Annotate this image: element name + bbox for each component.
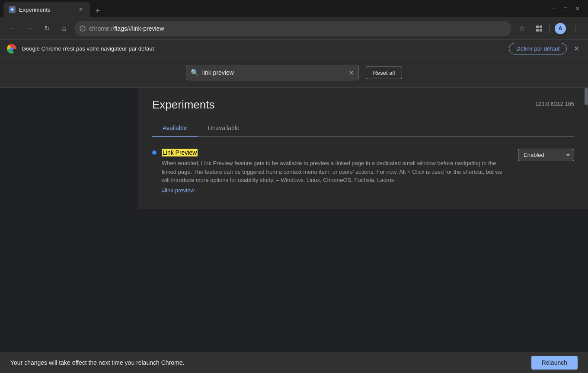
address-bar[interactable]: i chrome://flags/#link-preview <box>74 21 511 36</box>
search-area: 🔍 ✕ Reset all <box>0 58 588 88</box>
extensions-icon[interactable] <box>532 22 546 35</box>
scroll-thumb[interactable] <box>585 88 588 105</box>
active-tab[interactable]: Experiments ✕ <box>3 2 90 17</box>
new-tab-button[interactable]: ＋ <box>92 4 104 16</box>
version-text: 123.0.6312.105 <box>535 98 574 107</box>
search-icon: 🔍 <box>191 69 199 77</box>
profile-avatar: A <box>555 23 566 34</box>
tab-title: Experiments <box>19 6 74 13</box>
tabs-row: Available Unavailable <box>152 120 574 137</box>
forward-button[interactable]: → <box>22 22 36 35</box>
toolbar-separator <box>550 24 550 33</box>
relaunch-button[interactable]: Relaunch <box>531 356 578 370</box>
flags-header: Experiments 123.0.6312.105 <box>152 98 574 112</box>
search-input[interactable] <box>202 69 345 76</box>
flag-status-select[interactable]: Default Enabled Disabled <box>518 149 574 161</box>
bookmark-button[interactable]: ☆ <box>515 22 529 35</box>
flags-panel: Experiments 123.0.6312.105 Available Una… <box>138 88 588 209</box>
flag-active-indicator <box>152 150 157 155</box>
window-controls: — □ ✕ <box>548 3 585 17</box>
flag-anchor-link[interactable]: #link-preview <box>162 187 511 194</box>
flag-title-row: Link Preview When enabled, Link Preview … <box>162 149 574 194</box>
search-clear-button[interactable]: ✕ <box>348 69 354 77</box>
bottom-message: Your changes will take effect the next t… <box>10 359 184 366</box>
flag-description: When enabled, Link Preview feature gets … <box>162 159 511 185</box>
reset-all-button[interactable]: Reset all <box>366 67 403 79</box>
close-button[interactable]: ✕ <box>572 3 583 14</box>
flag-entry: Link Preview When enabled, Link Preview … <box>152 143 574 199</box>
url-path: flags/#link-preview <box>114 25 164 32</box>
reload-button[interactable]: ↻ <box>40 22 54 35</box>
flag-content: Link Preview When enabled, Link Preview … <box>162 149 574 194</box>
tab-close-button[interactable]: ✕ <box>77 6 85 13</box>
minimize-button[interactable]: — <box>548 3 559 14</box>
svg-text:i: i <box>82 27 83 31</box>
bottom-bar: Your changes will take effect the next t… <box>0 352 588 373</box>
tab-unavailable-label: Unavailable <box>208 124 240 131</box>
svg-point-9 <box>10 47 13 51</box>
tab-available-label: Available <box>163 124 187 131</box>
home-button[interactable]: ⌂ <box>57 22 71 35</box>
title-bar: Experiments ✕ ＋ — □ ✕ <box>0 0 588 17</box>
svg-rect-4 <box>540 26 542 28</box>
toolbar-icons: A ⋮ <box>532 22 583 35</box>
left-sidebar <box>0 88 138 209</box>
svg-rect-5 <box>536 29 539 32</box>
notification-close-button[interactable]: ✕ <box>572 43 581 54</box>
address-text: chrome://flags/#link-preview <box>89 25 506 32</box>
search-box: 🔍 ✕ <box>186 65 359 80</box>
flag-title-wrapper: Link Preview When enabled, Link Preview … <box>162 149 511 194</box>
scroll-track[interactable] <box>585 88 588 209</box>
profile-button[interactable]: A <box>553 22 567 35</box>
tab-available[interactable]: Available <box>152 120 198 137</box>
page-title: Experiments <box>152 98 215 112</box>
svg-rect-3 <box>536 26 539 28</box>
tab-unavailable[interactable]: Unavailable <box>198 120 250 136</box>
svg-rect-6 <box>540 29 542 32</box>
tab-favicon <box>9 6 16 13</box>
back-button[interactable]: ← <box>5 22 19 35</box>
notification-text: Google Chrome n'est pas votre navigateur… <box>22 45 504 52</box>
experiments-layout: Experiments 123.0.6312.105 Available Una… <box>0 88 588 209</box>
flag-title: Link Preview <box>162 149 198 156</box>
notification-bar: Google Chrome n'est pas votre navigateur… <box>0 40 588 58</box>
set-default-button[interactable]: Définir par défaut <box>509 43 567 54</box>
menu-button[interactable]: ⋮ <box>569 22 583 35</box>
security-icon: i <box>80 26 86 32</box>
chrome-logo-icon <box>7 44 16 54</box>
url-scheme: chrome:// <box>89 25 114 32</box>
nav-bar: ← → ↻ ⌂ i chrome://flags/#link-preview ☆ <box>0 17 588 40</box>
address-bar-wrapper: i chrome://flags/#link-preview <box>74 21 511 36</box>
maximize-button[interactable]: □ <box>560 3 571 14</box>
tab-strip: Experiments ✕ ＋ <box>3 2 548 17</box>
